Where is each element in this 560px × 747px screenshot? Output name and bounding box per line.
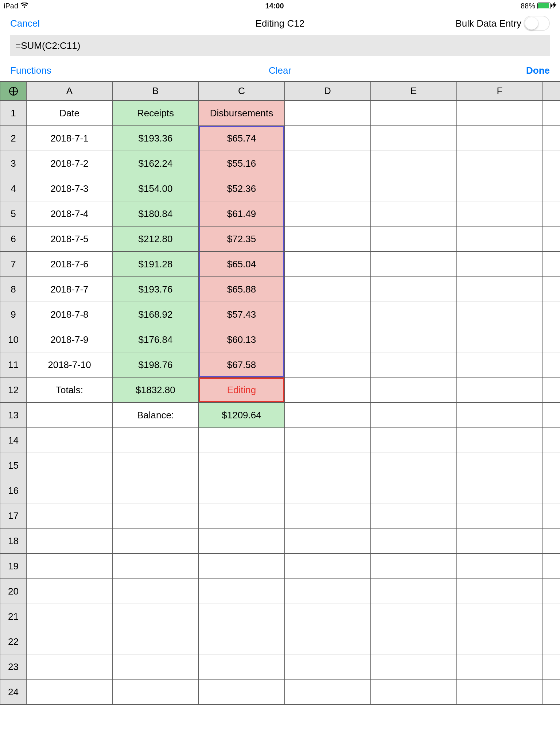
cell[interactable] xyxy=(371,352,457,378)
cell[interactable] xyxy=(371,604,457,629)
cell[interactable]: Balance: xyxy=(113,403,199,428)
cell[interactable] xyxy=(285,604,371,629)
row-header[interactable]: 12 xyxy=(0,378,27,403)
col-header-D[interactable]: D xyxy=(285,82,371,101)
cell[interactable]: 2018-7-8 xyxy=(27,302,113,327)
cell[interactable] xyxy=(285,654,371,680)
cell[interactable] xyxy=(543,352,560,378)
cell[interactable] xyxy=(371,654,457,680)
cell[interactable]: $191.28 xyxy=(113,252,199,277)
row-header[interactable]: 16 xyxy=(0,478,27,503)
cell[interactable] xyxy=(543,151,560,176)
row-header[interactable]: 8 xyxy=(0,277,27,302)
cell[interactable]: $57.43 xyxy=(199,302,285,327)
cell[interactable] xyxy=(543,126,560,151)
cell[interactable] xyxy=(113,654,199,680)
cell[interactable] xyxy=(543,453,560,478)
cell[interactable] xyxy=(27,503,113,529)
cell[interactable] xyxy=(371,428,457,453)
cell[interactable] xyxy=(457,302,543,327)
cell[interactable] xyxy=(543,327,560,352)
row-header[interactable]: 21 xyxy=(0,604,27,629)
cell[interactable]: $193.36 xyxy=(113,126,199,151)
cell[interactable] xyxy=(285,554,371,579)
cell[interactable]: $65.88 xyxy=(199,277,285,302)
cell[interactable] xyxy=(543,252,560,277)
cell[interactable] xyxy=(543,579,560,604)
cell[interactable]: $72.35 xyxy=(199,227,285,252)
cell[interactable] xyxy=(371,478,457,503)
cell[interactable] xyxy=(285,201,371,227)
cell[interactable] xyxy=(371,378,457,403)
cell[interactable] xyxy=(543,101,560,126)
cell[interactable] xyxy=(285,252,371,277)
cell[interactable] xyxy=(457,654,543,680)
row-header[interactable]: 15 xyxy=(0,453,27,478)
cell[interactable] xyxy=(285,403,371,428)
cell[interactable] xyxy=(27,579,113,604)
cell[interactable] xyxy=(27,478,113,503)
cell[interactable]: $55.16 xyxy=(199,151,285,176)
row-header[interactable]: 17 xyxy=(0,503,27,529)
cell[interactable]: 2018-7-9 xyxy=(27,327,113,352)
cell[interactable] xyxy=(285,503,371,529)
cell[interactable] xyxy=(457,227,543,252)
cell[interactable] xyxy=(371,554,457,579)
cell[interactable]: Totals: xyxy=(27,378,113,403)
cell[interactable] xyxy=(285,579,371,604)
cell[interactable] xyxy=(285,302,371,327)
row-header[interactable]: 19 xyxy=(0,554,27,579)
cell[interactable] xyxy=(457,126,543,151)
cell[interactable] xyxy=(113,478,199,503)
cell[interactable] xyxy=(457,201,543,227)
cell[interactable] xyxy=(371,579,457,604)
col-header-B[interactable]: B xyxy=(113,82,199,101)
row-header[interactable]: 4 xyxy=(0,176,27,201)
cell[interactable]: 2018-7-5 xyxy=(27,227,113,252)
col-header-C[interactable]: C xyxy=(199,82,285,101)
bulk-entry-toggle[interactable] xyxy=(524,16,550,31)
cell[interactable] xyxy=(371,277,457,302)
row-header[interactable]: 13 xyxy=(0,403,27,428)
cell[interactable] xyxy=(199,654,285,680)
cell[interactable] xyxy=(371,151,457,176)
cell[interactable] xyxy=(457,277,543,302)
row-header[interactable]: 22 xyxy=(0,629,27,654)
cell[interactable]: $65.04 xyxy=(199,252,285,277)
cell[interactable]: 2018-7-2 xyxy=(27,151,113,176)
cell[interactable] xyxy=(457,680,543,705)
cell[interactable] xyxy=(199,453,285,478)
cell[interactable] xyxy=(199,503,285,529)
cell[interactable] xyxy=(371,176,457,201)
row-header[interactable]: 10 xyxy=(0,327,27,352)
cell[interactable] xyxy=(113,604,199,629)
cell[interactable] xyxy=(27,554,113,579)
select-all-corner[interactable] xyxy=(0,82,27,101)
cell[interactable] xyxy=(285,101,371,126)
cell[interactable] xyxy=(543,227,560,252)
cell[interactable] xyxy=(543,478,560,503)
cell[interactable] xyxy=(457,403,543,428)
cell[interactable] xyxy=(457,327,543,352)
cell[interactable] xyxy=(285,629,371,654)
cell[interactable] xyxy=(371,403,457,428)
cell[interactable] xyxy=(371,201,457,227)
cell[interactable] xyxy=(285,378,371,403)
cell[interactable]: $60.13 xyxy=(199,327,285,352)
cell[interactable] xyxy=(27,453,113,478)
spreadsheet[interactable]: A B C D E F 1 Date Receipts Disbursement… xyxy=(0,81,560,705)
cell[interactable]: 2018-7-10 xyxy=(27,352,113,378)
row-header[interactable]: 6 xyxy=(0,227,27,252)
cell[interactable]: $1209.64 xyxy=(199,403,285,428)
cell[interactable] xyxy=(457,252,543,277)
cell[interactable] xyxy=(285,352,371,378)
cell[interactable]: $52.36 xyxy=(199,176,285,201)
cell[interactable]: $168.92 xyxy=(113,302,199,327)
cell[interactable] xyxy=(199,629,285,654)
cell[interactable] xyxy=(457,453,543,478)
cell[interactable] xyxy=(27,629,113,654)
row-header[interactable]: 7 xyxy=(0,252,27,277)
cell[interactable] xyxy=(543,554,560,579)
cell[interactable]: Receipts xyxy=(113,101,199,126)
row-header[interactable]: 24 xyxy=(0,680,27,705)
